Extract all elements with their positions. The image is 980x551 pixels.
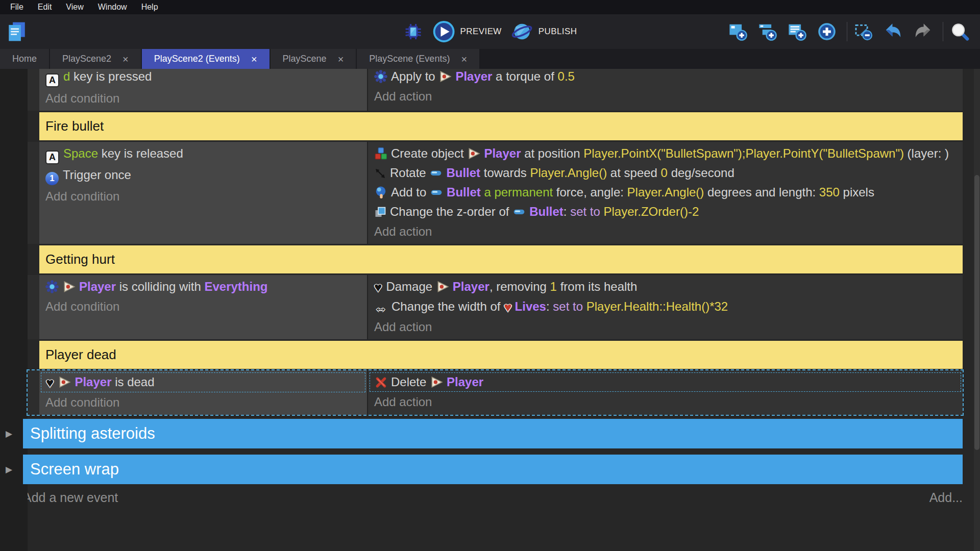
collapse-arrow-icon[interactable]: ▶: [6, 464, 12, 475]
text-segment: a torque of: [492, 69, 557, 83]
action-row[interactable]: Apply to Player a torque of 0.5: [368, 69, 963, 86]
add-condition-link[interactable]: Add condition: [39, 186, 367, 207]
text-segment: Rotate: [390, 166, 429, 180]
ship-icon: [436, 280, 449, 293]
condition-row[interactable]: ♥Player is dead: [41, 372, 365, 392]
add-subevent-icon[interactable]: [758, 22, 777, 41]
tab-close-icon[interactable]: ×: [122, 54, 129, 64]
event-group: ▶Splitting asteroids: [23, 419, 963, 448]
delete-icon: [375, 376, 387, 389]
action-row[interactable]: Rotate Bullet towards Player.Angle() at …: [368, 163, 963, 183]
text-segment: Apply to: [391, 69, 438, 83]
actions-column: Delete PlayerAdd action: [367, 370, 963, 415]
text-segment: Player: [79, 280, 116, 293]
event-drag-handle[interactable]: [28, 275, 39, 339]
conditions-column: Ad key is pressedAdd condition: [39, 69, 367, 111]
add-event-icon[interactable]: [728, 22, 748, 41]
project-manager-icon[interactable]: [6, 21, 28, 42]
debug-icon[interactable]: [403, 21, 424, 42]
tab-playscene[interactable]: PlayScene×: [271, 49, 356, 69]
menu-item-window[interactable]: Window: [91, 2, 134, 13]
add-condition-link[interactable]: Add condition: [39, 392, 367, 413]
toolbar-right-group: [728, 22, 973, 41]
text-segment: Space: [63, 146, 98, 160]
action-row[interactable]: Change the z-order of Bullet: set to Pla…: [368, 202, 963, 221]
tab-playscene2-events[interactable]: PlayScene2 (Events)×: [142, 49, 270, 69]
add-action-link[interactable]: Add action: [368, 221, 963, 242]
text-segment: Create object: [391, 146, 467, 160]
preview-play-icon: [433, 20, 455, 43]
physics-icon: [45, 280, 59, 293]
add-button[interactable]: Add...: [929, 490, 963, 505]
text-segment: Bullet: [529, 205, 564, 218]
text-segment: (layer: ): [904, 146, 949, 160]
tab-playscene-events[interactable]: PlayScene (Events)×: [357, 49, 479, 69]
add-condition-link[interactable]: Add condition: [39, 296, 367, 317]
menu-bar: File Edit View Window Help: [0, 0, 980, 14]
text-segment: Change the width of: [391, 299, 504, 313]
action-row[interactable]: ♥Damage Player, removing 1 from its heal…: [368, 277, 963, 297]
search-icon[interactable]: [950, 22, 969, 41]
add-action-link[interactable]: Add action: [368, 86, 963, 107]
comment-bar[interactable]: Player dead: [39, 341, 963, 369]
publish-globe-icon: [511, 20, 533, 43]
text-segment: Player.ZOrder()-2: [604, 205, 699, 218]
undo-icon[interactable]: [884, 22, 903, 41]
tab-close-icon[interactable]: ×: [338, 54, 344, 64]
text-segment: Player: [455, 69, 492, 83]
add-action-link[interactable]: Add action: [368, 317, 963, 337]
menu-item-help[interactable]: Help: [134, 2, 165, 13]
tab-close-icon[interactable]: ×: [251, 54, 257, 64]
condition-row[interactable]: 1Trigger once: [39, 165, 367, 186]
text-segment: key is pressed: [70, 69, 152, 83]
text-segment: Player.Angle(): [530, 166, 607, 180]
action-row[interactable]: Create object Player at position Player.…: [368, 144, 963, 163]
actions-column: Apply to Player a torque of 0.5Add actio…: [367, 69, 963, 111]
add-condition-link[interactable]: Add condition: [39, 88, 367, 109]
tab-label: PlayScene (Events): [369, 54, 450, 64]
ship-icon: [430, 375, 443, 389]
tab-close-icon[interactable]: ×: [461, 54, 467, 64]
conditions-column: ♥Player is deadAdd condition: [39, 370, 367, 415]
action-row[interactable]: Delete Player: [370, 372, 961, 392]
redo-icon[interactable]: [913, 22, 933, 41]
action-row[interactable]: Add to Bullet a permanent force, angle: …: [368, 183, 963, 202]
collapse-arrow-icon[interactable]: ▶: [6, 429, 12, 439]
menu-item-edit[interactable]: Edit: [31, 2, 59, 13]
event-drag-handle[interactable]: [28, 69, 39, 111]
delete-selection-icon[interactable]: [854, 22, 873, 41]
text-segment: Everything: [204, 280, 267, 293]
text-segment: 1: [550, 280, 557, 293]
comment-bar[interactable]: Fire bullet: [39, 112, 963, 140]
action-row[interactable]: ↔Change the width of ♥Lives: set to Play…: [368, 297, 963, 317]
add-comment-icon[interactable]: [788, 22, 807, 41]
group-bar[interactable]: Screen wrap: [23, 455, 963, 484]
tab-playscene2[interactable]: PlayScene2×: [50, 49, 141, 69]
scrollbar-thumb[interactable]: [974, 175, 979, 450]
ship-icon: [438, 70, 452, 83]
width-icon: ↔: [374, 299, 387, 315]
text-segment: :: [564, 205, 570, 218]
menu-item-view[interactable]: View: [59, 2, 90, 13]
tab-home[interactable]: Home: [0, 49, 49, 69]
event-drag-handle[interactable]: [28, 142, 39, 244]
event-block: ♥Player is deadAdd conditionDelete Playe…: [28, 370, 963, 415]
condition-row[interactable]: ASpace key is released: [39, 144, 367, 165]
event-sheet: Ad key is pressedAdd conditionApply to P…: [0, 69, 980, 551]
event-drag-handle[interactable]: [28, 370, 39, 415]
add-action-link[interactable]: Add action: [368, 392, 963, 412]
preview-button[interactable]: PREVIEW: [433, 20, 502, 43]
add-circle-icon[interactable]: [817, 22, 837, 41]
lives-icon: ♥: [504, 299, 511, 315]
publish-button[interactable]: PUBLISH: [511, 20, 577, 43]
group-bar[interactable]: Splitting asteroids: [23, 419, 963, 448]
comment-bar[interactable]: Getting hurt: [39, 245, 963, 273]
text-segment: deg/second: [668, 166, 734, 180]
text-segment: set to: [553, 299, 586, 313]
menu-item-file[interactable]: File: [3, 2, 31, 13]
condition-row[interactable]: Player is colliding with Everything: [39, 277, 367, 296]
condition-row[interactable]: Ad key is pressed: [39, 69, 367, 88]
gdevelop-window: { "menu": { "items": ["File", "Edit", "V…: [0, 0, 980, 551]
create-object-icon: [374, 147, 387, 160]
add-new-event-button[interactable]: Add a new event: [23, 490, 118, 505]
